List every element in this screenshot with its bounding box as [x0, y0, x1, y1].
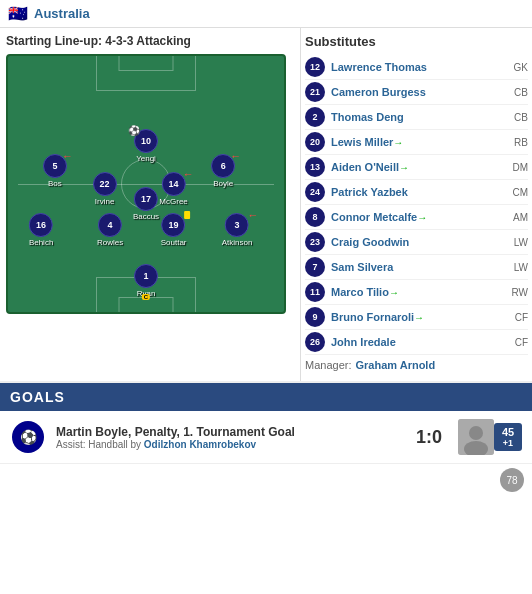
sub-row: 9Bruno Fornaroli→CF	[305, 305, 528, 330]
sub-number: 20	[305, 132, 325, 152]
field-container: Starting Line-up: 4-3-3 Attacking 1CRyan…	[0, 28, 300, 381]
player-6: 6←Boyle	[211, 154, 235, 188]
player-name: Boyle	[213, 179, 233, 188]
score-box: 1:0	[416, 427, 442, 448]
player-name: Behich	[29, 238, 53, 247]
minute-extra: +1	[500, 438, 516, 448]
score-text: 1:0	[416, 427, 442, 448]
lineup-section: Starting Line-up: 4-3-3 Attacking 1CRyan…	[0, 28, 532, 383]
flag-icon: 🇦🇺	[8, 4, 28, 23]
sub-row: 8Connor Metcalfe→AM	[305, 205, 528, 230]
player-3: 3←Atkinson	[222, 213, 253, 247]
player-14: 14←McGree	[159, 172, 187, 206]
sub-name: Craig Goodwin	[331, 236, 514, 248]
sub-name: Thomas Deng	[331, 111, 514, 123]
substitutes-section: Substitutes 12Lawrence ThomasGK21Cameron…	[300, 28, 532, 381]
sub-row: 21Cameron BurgessCB	[305, 80, 528, 105]
sub-position: RW	[512, 287, 528, 298]
sub-row: 20Lewis Miller→RB	[305, 130, 528, 155]
sub-row: 12Lawrence ThomasGK	[305, 55, 528, 80]
sub-name: Connor Metcalfe→	[331, 211, 513, 223]
sub-position: CB	[514, 87, 528, 98]
sub-number: 26	[305, 332, 325, 352]
goals-list: ⚽Martin Boyle, Penalty, 1. Tournament Go…	[0, 411, 532, 496]
player-name: Souttar	[161, 238, 187, 247]
manager-row: Manager: Graham Arnold	[305, 355, 528, 375]
sub-arrow-icon: ←	[62, 150, 73, 162]
small-box-top	[119, 56, 174, 71]
sub-position: DM	[512, 162, 528, 173]
manager-name: Graham Arnold	[355, 359, 435, 371]
sub-row: 24Patrick YazbekCM	[305, 180, 528, 205]
sub-number: 21	[305, 82, 325, 102]
substitutes-list: 12Lawrence ThomasGK21Cameron BurgessCB2T…	[305, 55, 528, 355]
sub-arrow-icon: →	[414, 312, 424, 323]
sub-position: AM	[513, 212, 528, 223]
player-22: 22Irvine	[93, 172, 117, 206]
sub-row: 23Craig GoodwinLW	[305, 230, 528, 255]
country-header: 🇦🇺 Australia	[0, 0, 532, 28]
goal-info: Martin Boyle, Penalty, 1. Tournament Goa…	[56, 425, 406, 450]
sub-arrow-icon: →	[417, 212, 427, 223]
player-name: McGree	[159, 197, 187, 206]
player-17: 17Baccus	[133, 187, 159, 221]
sub-number: 2	[305, 107, 325, 127]
sub-number: 7	[305, 257, 325, 277]
goal-row: ⚽Martin Boyle, Penalty, 1. Tournament Go…	[0, 411, 532, 464]
svg-text:⚽: ⚽	[20, 429, 38, 446]
sub-number: 9	[305, 307, 325, 327]
sub-position: CF	[515, 312, 528, 323]
sub-row: 2Thomas DengCB	[305, 105, 528, 130]
goals-header: GOALS	[0, 383, 532, 411]
player-name: Yengi	[136, 154, 156, 163]
sub-position: LW	[514, 237, 528, 248]
player-name: Irvine	[95, 197, 115, 206]
sub-name: Lawrence Thomas	[331, 61, 514, 73]
sub-position: CM	[512, 187, 528, 198]
svg-point-3	[469, 426, 483, 440]
player-name: Rowles	[97, 238, 123, 247]
sub-position: GK	[514, 62, 528, 73]
player-name: Atkinson	[222, 238, 253, 247]
sub-arrow-icon: →	[389, 287, 399, 298]
sub-position: CB	[514, 112, 528, 123]
sub-row: 13Aiden O'Neill→DM	[305, 155, 528, 180]
sub-row: 7Sam SilveraLW	[305, 255, 528, 280]
ball-icon: ⚽	[128, 125, 140, 136]
sub-number: 8	[305, 207, 325, 227]
sub-row: 11Marco Tilio→RW	[305, 280, 528, 305]
player-name: Ryan	[137, 289, 156, 298]
country-name: Australia	[34, 6, 90, 21]
player-name: Baccus	[133, 212, 159, 221]
sub-number: 12	[305, 57, 325, 77]
sub-name: John Iredale	[331, 336, 515, 348]
sub-position: RB	[514, 137, 528, 148]
yellow-card-icon	[184, 211, 190, 219]
page-number: 78	[500, 468, 524, 492]
sub-arrow-icon: ←	[247, 209, 258, 221]
goal-scorer: Martin Boyle, Penalty, 1. Tournament Goa…	[56, 425, 406, 439]
goals-section: GOALS ⚽Martin Boyle, Penalty, 1. Tournam…	[0, 383, 532, 496]
small-box-bottom	[119, 297, 174, 312]
minute-badge: 45+1	[494, 423, 522, 451]
manager-label: Manager:	[305, 359, 351, 371]
player-name: Bos	[48, 179, 62, 188]
sub-position: LW	[514, 262, 528, 273]
captain-badge: C	[142, 294, 150, 300]
sub-arrow-icon: →	[399, 162, 409, 173]
sub-name: Lewis Miller→	[331, 136, 514, 148]
player-4: 4Rowles	[97, 213, 123, 247]
team-logo: ⚽	[10, 419, 46, 455]
goal-assist: Assist: Handball by Odilzhon Khamrobekov	[56, 439, 406, 450]
player-19: 19Souttar	[161, 213, 187, 247]
substitutes-title: Substitutes	[305, 34, 528, 49]
sub-row: 26John IredaleCF	[305, 330, 528, 355]
sub-number: 11	[305, 282, 325, 302]
sub-arrow-icon: ←	[183, 168, 194, 180]
formation-title: Starting Line-up: 4-3-3 Attacking	[6, 34, 294, 48]
sub-number: 24	[305, 182, 325, 202]
sub-position: CF	[515, 337, 528, 348]
player-1: 1CRyan	[134, 264, 158, 298]
sub-name: Bruno Fornaroli→	[331, 311, 515, 323]
sub-name: Aiden O'Neill→	[331, 161, 512, 173]
